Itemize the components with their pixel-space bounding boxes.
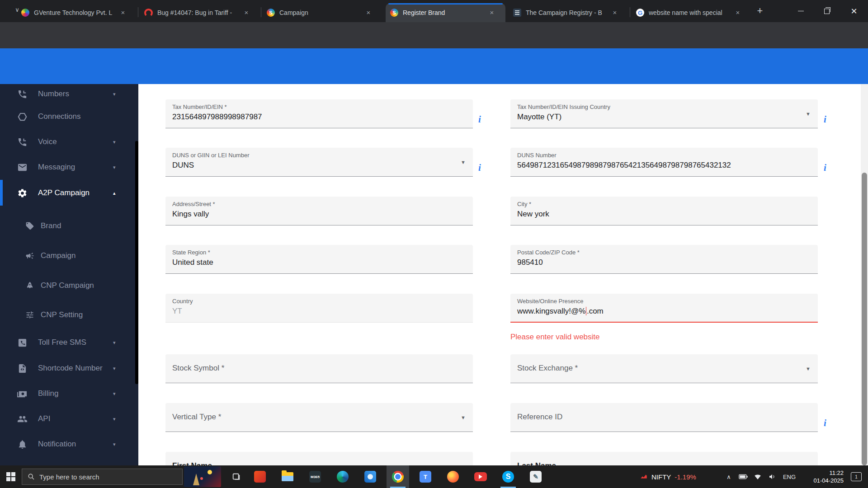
news-weather-widget[interactable] (184, 466, 221, 487)
signalmash-favicon-icon: S (267, 9, 275, 17)
window-close-button[interactable]: ✕ (841, 0, 867, 22)
stock-exchange-select[interactable]: Stock Exchange * ▼ (510, 354, 818, 383)
tab-divider (261, 7, 261, 17)
tag-icon (25, 221, 34, 230)
tab-gventure[interactable]: GVenture Technology Pvt. L × (17, 3, 136, 22)
reference-id-field[interactable]: Reference ID (510, 403, 818, 432)
taskbar-clock[interactable]: 11:22 01-04-2025 (800, 465, 844, 488)
info-icon[interactable]: i (824, 114, 831, 125)
tab-title: The Campaign Registry - B (526, 9, 607, 16)
sidebar-scrollbar[interactable] (135, 141, 138, 384)
firefox-icon (447, 471, 459, 483)
address-street-field[interactable]: Address/Street * Kings vally (165, 197, 473, 225)
tab-title: GVenture Technology Pvt. L (34, 9, 115, 16)
sidebar-item-voice[interactable]: Voice ▾ (0, 132, 138, 152)
users-icon (17, 414, 28, 424)
info-icon[interactable]: i (824, 418, 831, 429)
taskbar-app-chrome-active[interactable] (387, 465, 409, 488)
task-view-button[interactable] (225, 465, 248, 488)
registry-favicon-icon (513, 9, 521, 17)
duns-type-select[interactable]: DUNS or GIIN or LEI Number DUNS ▼ (165, 148, 473, 177)
tab-google-search[interactable]: G website name with special × (632, 3, 751, 22)
city-field[interactable]: City * New york (510, 197, 818, 225)
taskbar-app-office[interactable] (249, 465, 271, 488)
tab-campaign[interactable]: S Campaign × (262, 3, 382, 22)
file-explorer-icon (282, 472, 293, 481)
website-field[interactable]: Website/Online Presence www.kingsvally!@… (510, 294, 818, 323)
tax-number-field[interactable]: Tax Number/ID/EIN * 23156489798899898798… (165, 99, 473, 128)
stock-name: NIFTY (651, 473, 671, 481)
sidebar-item-brand[interactable]: Brand (0, 216, 138, 236)
sidebar-item-billing[interactable]: Billing ▾ (0, 384, 138, 404)
taskbar-app-paint[interactable]: ✎ (524, 465, 547, 488)
tab-close-icon[interactable]: × (364, 9, 373, 17)
battery-icon[interactable] (736, 465, 750, 488)
stock-change: -1.19% (675, 473, 696, 481)
start-button[interactable] (0, 465, 22, 488)
taskbar-app-m365[interactable]: M365 (304, 465, 326, 488)
page-scrollbar-thumb[interactable] (862, 173, 867, 465)
sidebar-item-campaign[interactable]: Campaign (0, 246, 138, 266)
info-icon[interactable]: i (478, 114, 486, 125)
window-minimize-button[interactable] (788, 0, 814, 22)
chevron-down-icon: ▾ (113, 391, 116, 397)
tab-close-icon[interactable]: × (488, 9, 496, 17)
tray-chevron-up-icon[interactable]: ∧ (722, 465, 736, 488)
last-name-field[interactable]: Last Name (510, 452, 818, 465)
sidebar-item-a2p-campaign[interactable]: A2P Campaign ▴ (0, 183, 138, 203)
tax-issuing-country-select[interactable]: Tax Number/ID/EIN Issuing Country Mayott… (510, 99, 818, 128)
duns-number-field[interactable]: DUNS Number 5649871231654987989879876542… (510, 148, 818, 177)
taskbar-app-teams[interactable]: T (414, 465, 437, 488)
notification-center-button[interactable]: 1 (846, 465, 866, 488)
language-indicator[interactable]: ENG (780, 465, 798, 488)
widget-image (193, 474, 199, 485)
chevron-down-icon: ▾ (113, 340, 116, 346)
tab-divider (138, 7, 138, 17)
window-restore-button[interactable] (814, 0, 840, 22)
sidebar-item-toll-free-sms[interactable]: Toll Free SMS ▾ (0, 333, 138, 352)
stock-ticker-widget[interactable]: NIFTY -1.19% (640, 465, 696, 488)
sidebar-item-numbers[interactable]: Numbers ▾ (0, 84, 138, 104)
browser-toolbar: ← → ↻ signalmash.gventure.info/#/new-cam… (0, 22, 868, 48)
taskbar-app-edge[interactable] (331, 465, 354, 488)
tab-register-brand-active[interactable]: S Register Brand × (386, 3, 505, 22)
redmine-favicon-icon (144, 9, 153, 17)
cash-icon (17, 389, 28, 399)
sidebar-item-cnp-setting[interactable]: CNP Setting (0, 305, 138, 325)
taskbar-app-photos[interactable] (359, 465, 382, 488)
chevron-up-icon: ▴ (113, 190, 116, 196)
first-name-field[interactable]: First Name (165, 452, 473, 465)
new-tab-button[interactable]: + (753, 5, 767, 18)
tab-close-icon[interactable]: × (611, 9, 619, 17)
stock-symbol-field[interactable]: Stock Symbol * (165, 354, 473, 383)
sidebar-item-messaging[interactable]: Messaging ▾ (0, 157, 138, 177)
postal-code-field[interactable]: Postal Code/ZIP Code * 985410 (510, 245, 818, 274)
state-region-field[interactable]: State Region * United state (165, 245, 473, 274)
taskbar-search-input[interactable]: Type here to search (22, 469, 183, 485)
sidebar-item-connections[interactable]: Connections (0, 107, 138, 127)
tab-close-icon[interactable]: × (119, 9, 127, 17)
sidebar-item-notification[interactable]: Notification ▾ (0, 434, 138, 454)
vertical-type-select[interactable]: Vertical Type * ▼ (165, 403, 473, 432)
taskbar-app-youtube[interactable] (469, 465, 492, 488)
info-icon[interactable]: i (478, 162, 486, 174)
tab-title: Campaign (279, 9, 361, 16)
sidebar-item-shortcode-number[interactable]: Shortcode Number ▾ (0, 358, 138, 378)
taskbar-app-firefox[interactable] (442, 465, 464, 488)
bell-icon (17, 439, 28, 450)
network-wifi-icon[interactable] (750, 465, 765, 488)
speaker-icon[interactable] (765, 465, 779, 488)
chevron-down-icon: ▾ (113, 91, 116, 97)
megaphone-icon (25, 251, 34, 260)
sidebar-item-cnp-campaign[interactable]: CNP Campaign (0, 276, 138, 296)
taskbar-app-explorer[interactable] (276, 465, 299, 488)
tab-close-icon[interactable]: × (242, 9, 250, 17)
tab-title: Bug #14047: Bug in Tariff - (157, 9, 239, 16)
taskbar-app-skype-active[interactable]: S (497, 465, 519, 488)
paint-icon: ✎ (530, 471, 542, 483)
sidebar-item-api[interactable]: API ▾ (0, 409, 138, 429)
tab-bug[interactable]: Bug #14047: Bug in Tariff - × (140, 3, 259, 22)
tab-close-icon[interactable]: × (734, 9, 742, 17)
info-icon[interactable]: i (824, 162, 831, 174)
tab-campaign-registry[interactable]: The Campaign Registry - B × (509, 3, 628, 22)
